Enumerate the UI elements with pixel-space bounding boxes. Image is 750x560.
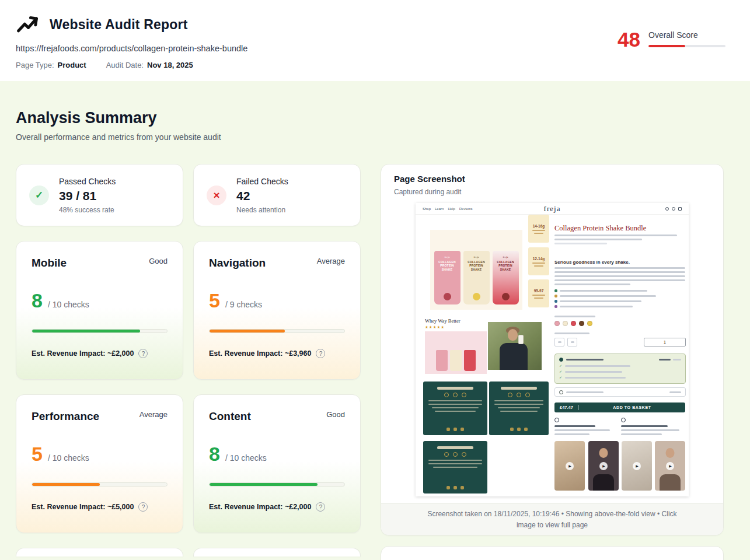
review-product-collage <box>425 331 487 374</box>
embedded-nav-icons <box>665 207 682 211</box>
text-line <box>433 467 477 468</box>
product-pouch: freja COLLAGEN PROTEIN SHAKE <box>493 251 519 304</box>
overall-score-label: Overall Score <box>648 30 725 40</box>
photo-detail <box>518 335 524 344</box>
partial-card <box>193 548 361 556</box>
badge-line <box>534 265 543 267</box>
category-progress-bar <box>209 482 345 487</box>
photo-detail <box>660 474 681 491</box>
page-screenshot-image[interactable]: Shop Learn Help Reviews freja <box>416 203 689 496</box>
guarantee-info <box>621 418 683 435</box>
overall-score-fill <box>648 45 685 47</box>
page-screenshot-card: Page Screenshot Captured during audit Sh… <box>381 164 724 536</box>
help-icon[interactable]: ? <box>138 502 148 512</box>
price-text: £47.47 <box>554 405 578 410</box>
pouch-brand: freja <box>473 256 479 258</box>
flavour-swatch <box>571 321 576 326</box>
text-line <box>566 359 604 360</box>
partial-card <box>16 548 183 556</box>
report-body: Analysis Summary Overall performance and… <box>0 109 750 560</box>
text-line <box>560 295 656 297</box>
help-icon[interactable]: ? <box>138 349 148 358</box>
subscribe-benefit: ✓ <box>559 370 681 373</box>
subscribe-option-box: ✓ ✓ ✓ <box>554 354 686 384</box>
add-to-basket-button: £47.47 ADD TO BASKET <box>554 402 685 412</box>
text-line <box>565 365 630 367</box>
category-rating-badge: Good <box>149 257 168 265</box>
panel-ornaments <box>508 393 530 397</box>
panel-title-line <box>501 387 537 390</box>
category-card-navigation: Navigation Average 5 / 9 checks Est. Rev… <box>193 241 361 380</box>
ornament-circle <box>508 393 512 397</box>
overall-score-widget: 48 Overall Score <box>618 30 725 49</box>
play-icon: ▶ <box>566 462 574 470</box>
feature-bullet <box>554 295 656 298</box>
flavor-illustration <box>502 293 510 300</box>
category-score: 5 <box>32 444 43 464</box>
category-card-performance: Performance Average 5 / 10 checks Est. R… <box>16 394 183 533</box>
badge-line <box>534 298 543 299</box>
search-icon <box>665 207 669 211</box>
screenshot-card-title: Page Screenshot <box>394 174 710 184</box>
text-line <box>554 239 642 240</box>
mini-pouch <box>450 350 462 371</box>
ornament-circle <box>453 452 458 457</box>
panel-icon <box>461 428 464 431</box>
panel-icon <box>524 428 528 431</box>
ornament-circle <box>462 393 466 397</box>
play-icon: ▶ <box>599 462 608 470</box>
ornament-circle <box>462 452 466 457</box>
text-line <box>554 279 685 281</box>
star-rating: ★★★★★ <box>425 325 445 330</box>
nutrition-panel <box>489 382 549 435</box>
panel-title-line <box>437 387 473 390</box>
text-line <box>566 391 604 393</box>
mini-pouch <box>464 350 476 371</box>
check-icon: ✓ <box>559 370 562 373</box>
revenue-opportunity-card: Revenue Opportunity <box>381 546 724 560</box>
help-icon[interactable]: ? <box>316 502 325 512</box>
badge-value: 14-16g <box>533 224 545 228</box>
cross-circle-icon: × <box>207 186 226 205</box>
account-icon <box>672 207 675 211</box>
panel-title-line <box>437 446 473 449</box>
text-line <box>428 463 482 464</box>
badge-line <box>534 233 543 234</box>
text-line <box>669 391 681 393</box>
bullet-icon <box>554 300 557 303</box>
text-line <box>621 433 662 435</box>
bullet-icon <box>554 305 557 308</box>
text-line <box>558 341 561 343</box>
play-icon: ▶ <box>666 462 674 470</box>
category-checks: / 10 checks <box>225 453 267 463</box>
category-progress-fill <box>210 483 318 486</box>
photo-detail <box>593 474 614 491</box>
one-time-purchase-row <box>554 387 686 397</box>
report-header: Website Audit Report https://frejafoods.… <box>0 0 750 81</box>
delivery-icon <box>554 418 559 422</box>
passed-checks-sub: 48% success rate <box>59 206 116 214</box>
photo-detail <box>500 343 528 370</box>
video-thumbnail: ▶ <box>554 441 585 491</box>
category-rating-badge: Good <box>326 410 345 419</box>
check-icon: ✓ <box>559 364 562 368</box>
embedded-product-title: Collagen Protein Shake Bundle <box>554 224 686 233</box>
quantity-option <box>554 338 564 346</box>
add-to-basket-label: ADD TO BASKET <box>579 405 685 410</box>
panel-icon <box>517 428 521 431</box>
panel-icon <box>510 428 514 431</box>
badge-value: 95-97 <box>534 289 544 293</box>
ornament-circle <box>444 393 449 397</box>
category-progress-bar <box>32 329 168 333</box>
flavour-swatch <box>554 321 560 326</box>
category-progress-fill <box>32 330 140 332</box>
flavor-illustration <box>444 293 451 300</box>
text-line <box>659 359 671 360</box>
help-icon[interactable]: ? <box>316 349 325 358</box>
category-progress-fill <box>210 330 285 332</box>
text-line <box>554 235 677 236</box>
right-column: Page Screenshot Captured during audit Sh… <box>381 164 724 560</box>
bullet-icon <box>554 289 557 292</box>
text-line <box>621 429 679 431</box>
text-line <box>560 300 641 302</box>
